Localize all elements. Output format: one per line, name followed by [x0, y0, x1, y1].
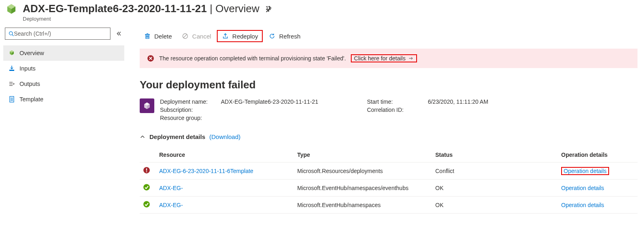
- type-cell: Microsoft.EventHub/namespaces: [294, 197, 432, 214]
- delete-button[interactable]: Delete: [140, 31, 176, 41]
- sidebar-label: Inputs: [19, 65, 36, 72]
- type-cell: Microsoft.EventHub/namespaces/eventhubs: [294, 180, 432, 197]
- svg-point-34: [143, 201, 150, 207]
- alert-text: The resource operation completed with te…: [159, 55, 346, 62]
- svg-line-24: [184, 34, 187, 38]
- type-cell: Microsoft.Resources/deployments: [294, 162, 432, 180]
- sidebar-label: Overview: [19, 50, 44, 56]
- resource-link[interactable]: ADX-EG-: [159, 185, 183, 191]
- status-cell: OK: [432, 180, 558, 197]
- error-alert: The resource operation completed with te…: [140, 49, 638, 68]
- pin-icon[interactable]: [265, 6, 272, 12]
- th-status: Status: [432, 147, 558, 162]
- refresh-button[interactable]: Refresh: [264, 31, 305, 41]
- resource-logo-icon: [4, 2, 19, 17]
- svg-rect-32: [146, 171, 147, 172]
- redeploy-icon: [222, 32, 229, 40]
- deployment-badge-icon: [140, 98, 154, 113]
- page-title: ADX-EG-Template6-23-2020-11-11-21 | Over…: [23, 2, 259, 15]
- overview-icon: [8, 49, 15, 57]
- cancel-button: Cancel: [177, 31, 215, 41]
- main-content: Delete Cancel Redeploy Refresh The resou…: [128, 24, 644, 222]
- error-icon: [147, 55, 154, 62]
- svg-point-4: [9, 32, 13, 35]
- sidebar-item-overview[interactable]: Overview: [3, 45, 124, 61]
- deployment-details-table: Resource Type Status Operation details A…: [140, 147, 638, 214]
- resource-group-label: Resource group:: [160, 115, 217, 121]
- download-link[interactable]: (Download): [210, 133, 241, 140]
- correlation-label: Correlation ID:: [367, 107, 424, 113]
- collapse-sidebar-icon[interactable]: [115, 31, 123, 36]
- sidebar-label: Outputs: [19, 81, 40, 87]
- status-cell: Conflict: [432, 162, 558, 180]
- operation-details-link[interactable]: Operation details: [561, 202, 604, 208]
- resource-link[interactable]: ADX-EG-6-23-2020-11-11-6Template: [159, 168, 253, 174]
- page-subtitle: Deployment: [23, 16, 272, 22]
- inputs-icon: [8, 65, 15, 72]
- svg-line-5: [12, 34, 13, 36]
- sidebar: Overview Inputs Outputs Template: [0, 24, 128, 222]
- deployment-summary: Deployment name:ADX-EG-Template6-23-2020…: [140, 98, 638, 121]
- operation-details-link[interactable]: Operation details: [561, 167, 609, 175]
- cancel-icon: [182, 32, 189, 40]
- alert-details-link[interactable]: Click here for details: [351, 54, 417, 62]
- table-row: ADX-EG-Microsoft.EventHub/namespacesOKOp…: [140, 197, 638, 214]
- start-time-value: 6/23/2020, 11:11:20 AM: [428, 98, 488, 105]
- table-row: ADX-EG-6-23-2020-11-11-6TemplateMicrosof…: [140, 162, 638, 180]
- deployment-name-value: ADX-EG-Template6-23-2020-11-11-21: [221, 98, 318, 105]
- chevron-up-icon: [140, 134, 145, 140]
- sidebar-label: Template: [19, 96, 43, 103]
- svg-rect-31: [146, 169, 147, 171]
- deployment-name-label: Deployment name:: [160, 98, 217, 105]
- arrow-right-icon: [408, 56, 414, 61]
- sidebar-item-outputs[interactable]: Outputs: [3, 76, 124, 92]
- svg-rect-9: [9, 70, 14, 71]
- ok-status-icon: [143, 201, 150, 208]
- resource-link[interactable]: ADX-EG-: [159, 202, 183, 208]
- redeploy-button[interactable]: Redeploy: [217, 30, 263, 42]
- error-status-icon: [143, 167, 150, 174]
- ok-status-icon: [143, 184, 150, 191]
- th-type: Type: [294, 147, 432, 162]
- sidebar-item-inputs[interactable]: Inputs: [3, 61, 124, 76]
- table-row: ADX-EG-Microsoft.EventHub/namespaces/eve…: [140, 180, 638, 197]
- svg-point-33: [143, 184, 150, 190]
- sidebar-item-template[interactable]: Template: [3, 92, 124, 107]
- page-header: ADX-EG-Template6-23-2020-11-11-21 | Over…: [0, 0, 644, 24]
- th-op: Operation details: [558, 147, 638, 162]
- deployment-details-header[interactable]: Deployment details (Download): [140, 133, 638, 140]
- outputs-icon: [8, 80, 15, 88]
- sidebar-nav: Overview Inputs Outputs Template: [3, 45, 124, 107]
- subscription-label: Subscription:: [160, 107, 217, 113]
- start-time-label: Start time:: [367, 98, 424, 105]
- failure-heading: Your deployment failed: [140, 79, 638, 91]
- search-input[interactable]: [5, 28, 110, 40]
- status-cell: OK: [432, 197, 558, 214]
- delete-icon: [144, 32, 151, 40]
- refresh-icon: [268, 32, 276, 40]
- toolbar: Delete Cancel Redeploy Refresh: [140, 24, 638, 49]
- search-icon: [9, 31, 14, 36]
- template-icon: [8, 96, 15, 103]
- operation-details-link[interactable]: Operation details: [561, 185, 604, 191]
- th-resource: Resource: [156, 147, 294, 162]
